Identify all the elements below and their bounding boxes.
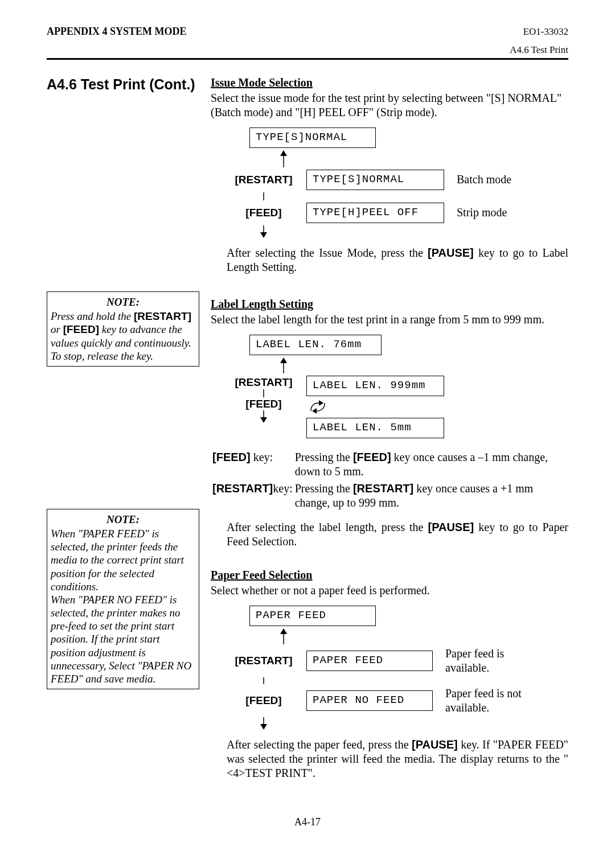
content-columns: A4.6 Test Print (Cont.) NOTE: Press and … xyxy=(47,76,568,781)
issue-diagram: TYPE[S]NORMAL [RESTART] TYPE[S]NORMAL Ba… xyxy=(227,127,568,238)
issue-pause: [PAUSE] xyxy=(428,246,474,259)
table-row: [RESTART]key: Pressing the [RESTART] key… xyxy=(212,481,567,511)
page-number: A4-17 xyxy=(47,816,568,829)
feed-key-desc: Pressing the [FEED] key once causes a –1… xyxy=(294,450,567,480)
paper-lcd-opt1: PAPER FEED xyxy=(306,651,433,671)
issue-lcd-opt1: TYPE[S]NORMAL xyxy=(306,170,444,190)
note1-b1: [RESTART] xyxy=(134,310,191,322)
paper-lcd-opt2: PAPER NO FEED xyxy=(306,690,433,711)
connector-line-icon xyxy=(227,677,301,684)
note1-b2: [FEED] xyxy=(63,323,99,335)
issue-desc1: Batch mode xyxy=(457,172,511,187)
note-box-2: NOTE: When "PAPER FEED" is selected, the… xyxy=(47,509,199,689)
paper-desc2: Paper feed is not available. xyxy=(445,686,542,715)
f-b: [FEED] xyxy=(353,451,391,463)
left-column: A4.6 Test Print (Cont.) NOTE: Press and … xyxy=(47,76,199,781)
issue-lcd-top: TYPE[S]NORMAL xyxy=(249,127,376,148)
feed-key-suffix: key: xyxy=(251,451,273,463)
svg-marker-9 xyxy=(260,417,267,423)
label-lcd-min: LABEL LEN. 5mm xyxy=(306,418,444,438)
label-lcd-top: LABEL LEN. 76mm xyxy=(249,335,382,355)
restart-key: [RESTART] xyxy=(212,482,273,495)
restart-key-suffix: key: xyxy=(273,482,292,495)
r-a: Pressing the xyxy=(295,482,353,495)
note1-text: Press and hold the [RESTART] or [FEED] k… xyxy=(51,310,195,363)
issue-desc2: Strip mode xyxy=(457,205,507,220)
label-after-a: After selecting the label length, press … xyxy=(227,521,428,533)
svg-marker-10 xyxy=(319,400,323,406)
arrow-down-icon xyxy=(227,717,301,730)
note1-t1: Press and hold the xyxy=(51,310,134,322)
feed-key-label: [FEED] xyxy=(227,206,301,220)
feed-key-label: [FEED] xyxy=(227,397,301,411)
svg-marker-16 xyxy=(260,724,267,730)
svg-marker-13 xyxy=(280,628,287,634)
table-row: [FEED] key: Pressing the [FEED] key once… xyxy=(212,450,567,480)
issue-after: After selecting the Issue Mode, press th… xyxy=(227,246,568,274)
connector-line-icon xyxy=(227,192,301,200)
f-a: Pressing the xyxy=(295,451,353,463)
note2-text: When "PAPER FEED" is selected, the print… xyxy=(51,527,195,685)
paper-after: After selecting the paper feed, press th… xyxy=(227,738,568,780)
paper-intro: Select whether or not a paper feed is pe… xyxy=(211,583,568,598)
svg-marker-1 xyxy=(280,150,287,156)
paper-desc1: Paper feed is available. xyxy=(445,647,542,675)
r-b: [RESTART] xyxy=(353,482,413,495)
note2-title: NOTE: xyxy=(51,513,195,526)
label-after: After selecting the label length, press … xyxy=(227,520,568,549)
label-heading: Label Length Setting xyxy=(211,297,568,311)
paper-heading: Paper Feed Selection xyxy=(211,568,568,582)
note1-t2: or xyxy=(51,323,63,335)
key-description-table: [FEED] key: Pressing the [FEED] key once… xyxy=(211,449,568,512)
label-pause: [PAUSE] xyxy=(428,521,474,533)
issue-after-a: After selecting the Issue Mode, press th… xyxy=(227,246,428,259)
section-ref: A4.6 Test Print xyxy=(47,44,568,56)
svg-marker-6 xyxy=(280,357,287,363)
note1-title: NOTE: xyxy=(51,295,195,308)
document-id: EO1-33032 xyxy=(523,26,568,38)
arrow-up-icon xyxy=(249,150,341,167)
restart-key-label: [RESTART] xyxy=(227,376,301,389)
svg-marker-11 xyxy=(312,408,317,414)
svg-marker-4 xyxy=(260,232,267,238)
page-header: APPENDIX 4 SYSTEM MODE EO1-33032 xyxy=(47,25,568,38)
issue-intro: Select the issue mode for the test print… xyxy=(211,91,568,120)
issue-heading: Issue Mode Selection xyxy=(211,76,568,90)
arrow-up-icon xyxy=(249,357,341,373)
label-lcd-max: LABEL LEN. 999mm xyxy=(306,376,444,396)
label-diagram: LABEL LEN. 76mm [RESTART] [FEED] LABE xyxy=(227,335,568,438)
paper-lcd-top: PAPER FEED xyxy=(249,606,376,626)
issue-lcd-opt2: TYPE[H]PEEL OFF xyxy=(306,203,444,223)
paper-diagram: PAPER FEED [RESTART] PAPER FEED Paper fe… xyxy=(227,606,568,730)
header-rule xyxy=(47,58,568,60)
loop-arrows-icon xyxy=(306,397,329,417)
right-column: Issue Mode Selection Select the issue mo… xyxy=(211,76,568,781)
feed-key-label: [FEED] xyxy=(227,694,301,707)
note-box-1: NOTE: Press and hold the [RESTART] or [F… xyxy=(47,291,199,367)
restart-key-label: [RESTART] xyxy=(227,654,301,668)
restart-key-label: [RESTART] xyxy=(227,173,301,187)
paper-after-a: After selecting the paper feed, press th… xyxy=(227,738,412,751)
arrow-up-icon xyxy=(249,628,341,644)
arrow-down-icon xyxy=(227,225,301,238)
section-title: A4.6 Test Print (Cont.) xyxy=(47,76,199,93)
feed-key: [FEED] xyxy=(212,451,251,463)
label-intro: Select the label length for the test pri… xyxy=(211,312,568,327)
restart-key-desc: Pressing the [RESTART] key once causes a… xyxy=(294,481,567,511)
appendix-label: APPENDIX 4 SYSTEM MODE xyxy=(47,25,187,38)
connector-line-icon xyxy=(227,389,301,397)
paper-pause: [PAUSE] xyxy=(412,738,458,751)
arrow-down-icon xyxy=(227,410,301,423)
